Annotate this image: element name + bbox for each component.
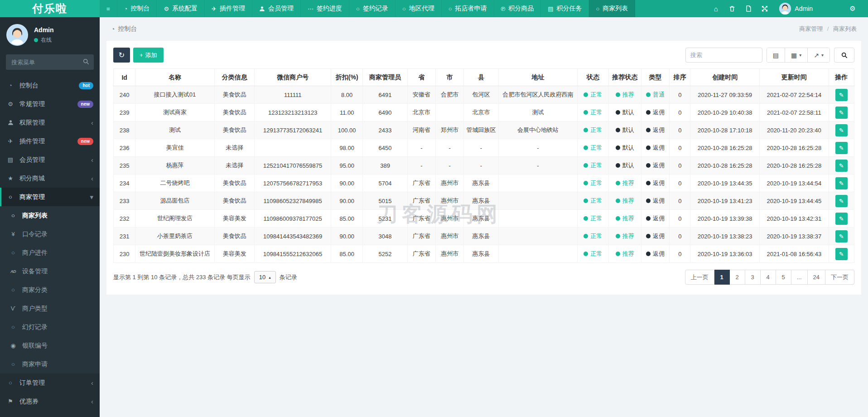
submenu-商家管理: ○商家列表¥口令记录○商户进件AD设备管理○商家分类Ѵ商户类型○幻灯记录◉银联编… bbox=[0, 206, 100, 373]
nav-item-积分任务[interactable]: ▤积分任务 bbox=[541, 0, 589, 17]
cell-manager: 3048 bbox=[363, 228, 407, 245]
edit-button[interactable]: ✎ bbox=[835, 142, 848, 154]
cell-county: 惠东县 bbox=[464, 192, 498, 210]
cell-name: 美宜佳 bbox=[135, 139, 215, 157]
edit-button[interactable]: ✎ bbox=[835, 160, 848, 172]
cell-category: 美食饮品 bbox=[214, 192, 254, 210]
edit-button[interactable]: ✎ bbox=[835, 248, 848, 260]
export-button[interactable]: ↗ ▾ bbox=[808, 48, 829, 62]
cell-county: - bbox=[464, 139, 498, 157]
edit-button[interactable]: ✎ bbox=[835, 230, 848, 242]
sidebar-item-银联编号[interactable]: ◉银联编号 bbox=[0, 336, 100, 355]
cell-id: 235 bbox=[114, 157, 135, 175]
nav-item-地区代理[interactable]: ○地区代理 bbox=[395, 0, 442, 17]
sidebar-item-幻灯记录[interactable]: ○幻灯记录 bbox=[0, 318, 100, 336]
pagination-page-4[interactable]: 4 bbox=[761, 270, 776, 285]
table-row: 236美宜佳未选择98.006450----正常默认返佣02020-10-28 … bbox=[114, 139, 854, 157]
sidebar-item-会员管理[interactable]: ▤会员管理‹ bbox=[0, 150, 100, 169]
sidebar-item-积分商城[interactable]: ★积分商城‹ bbox=[0, 169, 100, 188]
cell-updated: 2020-10-19 13:44:45 bbox=[759, 192, 829, 210]
nav-item-签约记录[interactable]: ○签约记录 bbox=[349, 0, 395, 17]
status-dot-icon bbox=[616, 110, 620, 115]
nav-item-商家列表[interactable]: ○商家列表 bbox=[589, 0, 635, 17]
breadcrumb-home[interactable]: 控制台 bbox=[118, 25, 137, 33]
cell-status: 正常 bbox=[578, 104, 608, 121]
sidebar-item-商户类型[interactable]: Ѵ商户类型 bbox=[0, 299, 100, 318]
cell-status: 正常 bbox=[578, 228, 608, 245]
sidebar-item-商户进件[interactable]: ○商户进件 bbox=[0, 243, 100, 262]
nav-item-会员管理[interactable]: 会员管理 bbox=[252, 0, 301, 17]
sidebar-item-商家列表[interactable]: ○商家列表 bbox=[0, 206, 100, 225]
cell-id: 239 bbox=[114, 104, 135, 121]
fullscreen-icon[interactable] bbox=[757, 5, 773, 12]
nav-item-系统配置[interactable]: ⚙系统配置 bbox=[157, 0, 205, 17]
edit-button[interactable]: ✎ bbox=[835, 195, 848, 207]
cell-city: 惠州市 bbox=[436, 210, 464, 228]
cell-updated: 2020-10-28 16:25:28 bbox=[759, 157, 829, 175]
cell-type: 返佣 bbox=[641, 245, 669, 263]
circle-icon: ○ bbox=[9, 324, 17, 330]
nav-item-签约进度[interactable]: ⋯签约进度 bbox=[301, 0, 349, 17]
pagination-page-2[interactable]: 2 bbox=[730, 270, 745, 285]
edit-button[interactable]: ✎ bbox=[835, 177, 848, 189]
list-icon: ▤ bbox=[548, 5, 553, 12]
nav-item-控制台[interactable]: ◔控制台 bbox=[117, 0, 157, 17]
list-icon: ▤ bbox=[6, 156, 14, 163]
edit-button[interactable]: ✎ bbox=[835, 213, 848, 225]
nav-item-积分商品[interactable]: ℗积分商品 bbox=[494, 0, 541, 17]
sidebar-item-优惠券[interactable]: ⚑优惠券‹ bbox=[0, 392, 100, 411]
cell-type: 返佣 bbox=[641, 192, 669, 210]
advanced-search-button[interactable] bbox=[834, 48, 854, 63]
user-menu[interactable]: Admin bbox=[779, 3, 813, 15]
pagination-page-5[interactable]: 5 bbox=[776, 270, 791, 285]
sidebar-item-商家管理[interactable]: ○商家管理▾ bbox=[0, 188, 100, 206]
sidebar-item-商家分类[interactable]: ○商家分类 bbox=[0, 281, 100, 299]
home-icon[interactable]: ⌂ bbox=[708, 5, 724, 13]
cell-status: 正常 bbox=[578, 245, 608, 263]
settings-gears-icon[interactable]: ⚙ bbox=[844, 5, 861, 13]
table-row: 240接口接入测试01美食饮品1111118.006491安徽省合肥市包河区合肥… bbox=[114, 86, 854, 104]
cell-status: 正常 bbox=[578, 86, 608, 104]
nav-item-插件管理[interactable]: ✈插件管理 bbox=[205, 0, 252, 17]
sidebar-item-插件管理[interactable]: ✈插件管理new bbox=[0, 132, 100, 150]
edit-button[interactable]: ✎ bbox=[835, 107, 848, 119]
cell-city bbox=[436, 104, 464, 121]
sidebar-item-常规管理[interactable]: ⚙常规管理new bbox=[0, 95, 100, 113]
refresh-button[interactable]: ↻ bbox=[113, 48, 130, 63]
circle-icon: ○ bbox=[9, 286, 17, 293]
columns-button[interactable]: ▦ ▾ bbox=[785, 48, 808, 62]
toggle-view-button[interactable]: ▤ bbox=[767, 48, 785, 62]
table-search-input[interactable] bbox=[685, 48, 762, 63]
pagination-page-3[interactable]: 3 bbox=[745, 270, 761, 285]
trash-icon[interactable] bbox=[724, 5, 740, 12]
cell-recommend: 推荐 bbox=[608, 210, 641, 228]
status-dot-icon bbox=[646, 199, 651, 203]
sidebar-item-设备管理[interactable]: AD设备管理 bbox=[0, 262, 100, 281]
sidebar-item-商家申请[interactable]: ○商家申请 bbox=[0, 355, 100, 373]
table-body: 240接口接入测试01美食饮品1111118.006491安徽省合肥市包河区合肥… bbox=[114, 86, 854, 263]
sidebar-item-口令记录[interactable]: ¥口令记录 bbox=[0, 225, 100, 243]
pagination-prev-button[interactable]: 上一页 bbox=[685, 270, 714, 285]
edit-button[interactable]: ✎ bbox=[835, 89, 848, 101]
sidebar-search-input[interactable] bbox=[6, 54, 94, 70]
page-size-select[interactable]: 10 ▴ bbox=[254, 271, 276, 283]
pagination-next-button[interactable]: 下一页 bbox=[825, 270, 854, 285]
table-row: 239测试商家美食饮品12312321321312311.006490北京市北京… bbox=[114, 104, 854, 121]
sidebar-item-控制台[interactable]: ◔控制台hot bbox=[0, 76, 100, 95]
cell-manager: 6491 bbox=[363, 86, 407, 104]
edit-button[interactable]: ✎ bbox=[835, 124, 848, 136]
pagination-page-...[interactable]: ... bbox=[791, 270, 808, 285]
sidebar-toggle-button[interactable]: ≡ bbox=[100, 0, 117, 17]
sidebar-item-订单管理[interactable]: ○订单管理‹ bbox=[0, 373, 100, 392]
pagination-page-24[interactable]: 24 bbox=[808, 270, 825, 285]
cell-id: 238 bbox=[114, 121, 135, 139]
nav-item-拓店者申请[interactable]: ○拓店者申请 bbox=[442, 0, 494, 17]
chevron-down-icon: ▾ bbox=[90, 193, 93, 201]
add-button[interactable]: + 添加 bbox=[133, 48, 164, 63]
clear-cache-icon[interactable] bbox=[740, 5, 757, 12]
cell-manager: 5252 bbox=[363, 245, 407, 263]
pagination-page-1[interactable]: 1 bbox=[714, 270, 730, 285]
cell-manager: 6450 bbox=[363, 139, 407, 157]
sidebar-item-权限管理[interactable]: 权限管理‹ bbox=[0, 113, 100, 132]
breadcrumb-trail: 商家管理 / 商家列表 bbox=[799, 25, 857, 33]
